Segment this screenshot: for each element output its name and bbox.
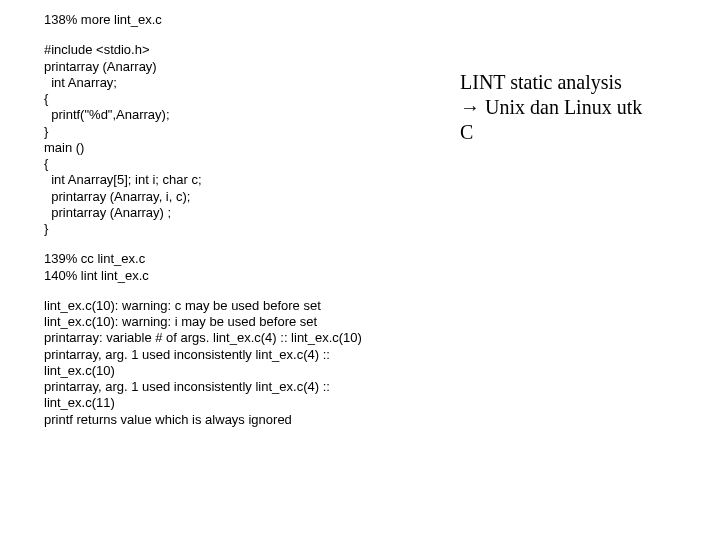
shell-commands-compile: 139% cc lint_ex.c 140% lint lint_ex.c	[44, 251, 434, 284]
left-column: 138% more lint_ex.c #include <stdio.h> p…	[44, 12, 434, 442]
arrow-icon: →	[460, 96, 480, 118]
shell-command-more: 138% more lint_ex.c	[44, 12, 434, 28]
lint-output: lint_ex.c(10): warning: c may be used be…	[44, 298, 434, 428]
source-code: #include <stdio.h> printarray (Anarray) …	[44, 42, 434, 237]
annotation-line-2-text: Unix dan Linux utk	[480, 96, 642, 118]
annotation-line-3: C	[460, 120, 700, 145]
annotation-line-1: LINT static analysis	[460, 70, 700, 95]
right-column: LINT static analysis → Unix dan Linux ut…	[460, 70, 700, 145]
annotation-line-2: → Unix dan Linux utk	[460, 95, 700, 120]
